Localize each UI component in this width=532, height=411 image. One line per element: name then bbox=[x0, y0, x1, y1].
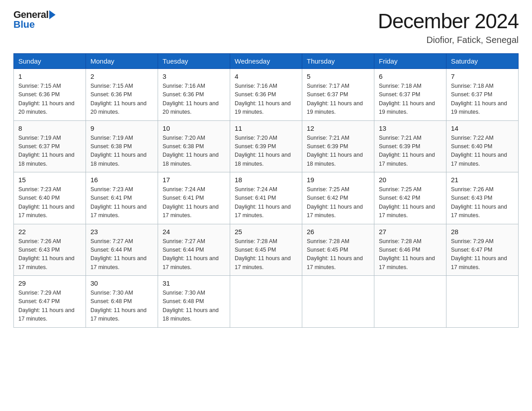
day-info: Sunrise: 7:19 AMSunset: 6:38 PMDaylight:… bbox=[90, 134, 153, 169]
day-info: Sunrise: 7:18 AMSunset: 6:37 PMDaylight:… bbox=[451, 82, 514, 117]
logo: General Blue bbox=[13, 9, 56, 30]
calendar-cell: 12Sunrise: 7:21 AMSunset: 6:39 PMDayligh… bbox=[302, 120, 374, 172]
day-number: 21 bbox=[451, 176, 514, 184]
calendar-cell: 11Sunrise: 7:20 AMSunset: 6:39 PMDayligh… bbox=[230, 120, 302, 172]
day-number: 20 bbox=[379, 176, 442, 184]
day-number: 13 bbox=[379, 124, 442, 132]
calendar-cell: 8Sunrise: 7:19 AMSunset: 6:37 PMDaylight… bbox=[14, 120, 86, 172]
calendar-cell: 3Sunrise: 7:16 AMSunset: 6:36 PMDaylight… bbox=[158, 69, 230, 121]
calendar-cell: 15Sunrise: 7:23 AMSunset: 6:40 PMDayligh… bbox=[14, 172, 86, 224]
day-number: 7 bbox=[451, 73, 514, 80]
day-info: Sunrise: 7:26 AMSunset: 6:43 PMDaylight:… bbox=[451, 185, 514, 220]
col-header-tuesday: Tuesday bbox=[158, 54, 230, 69]
day-number: 15 bbox=[18, 176, 81, 184]
day-info: Sunrise: 7:24 AMSunset: 6:41 PMDaylight:… bbox=[163, 185, 225, 220]
calendar-cell: 18Sunrise: 7:24 AMSunset: 6:41 PMDayligh… bbox=[230, 172, 302, 224]
calendar-cell: 25Sunrise: 7:28 AMSunset: 6:45 PMDayligh… bbox=[230, 224, 302, 276]
calendar-cell: 10Sunrise: 7:20 AMSunset: 6:38 PMDayligh… bbox=[158, 120, 230, 172]
calendar-cell bbox=[230, 276, 302, 328]
day-info: Sunrise: 7:21 AMSunset: 6:39 PMDaylight:… bbox=[379, 134, 442, 169]
day-number: 30 bbox=[90, 279, 153, 287]
calendar-week-row: 22Sunrise: 7:26 AMSunset: 6:43 PMDayligh… bbox=[14, 224, 519, 276]
calendar-cell: 28Sunrise: 7:29 AMSunset: 6:47 PMDayligh… bbox=[446, 224, 519, 276]
day-number: 28 bbox=[451, 228, 514, 235]
day-info: Sunrise: 7:16 AMSunset: 6:36 PMDaylight:… bbox=[163, 82, 225, 117]
day-number: 26 bbox=[307, 228, 369, 235]
day-number: 18 bbox=[235, 176, 297, 184]
day-number: 12 bbox=[307, 124, 369, 132]
calendar-cell: 17Sunrise: 7:24 AMSunset: 6:41 PMDayligh… bbox=[158, 172, 230, 224]
day-number: 17 bbox=[163, 176, 225, 184]
day-info: Sunrise: 7:29 AMSunset: 6:47 PMDaylight:… bbox=[18, 289, 81, 324]
calendar-cell: 29Sunrise: 7:29 AMSunset: 6:47 PMDayligh… bbox=[14, 276, 86, 328]
calendar-cell: 16Sunrise: 7:23 AMSunset: 6:41 PMDayligh… bbox=[86, 172, 158, 224]
calendar-cell: 14Sunrise: 7:22 AMSunset: 6:40 PMDayligh… bbox=[446, 120, 519, 172]
col-header-friday: Friday bbox=[374, 54, 446, 69]
calendar-week-row: 8Sunrise: 7:19 AMSunset: 6:37 PMDaylight… bbox=[14, 120, 519, 172]
day-info: Sunrise: 7:23 AMSunset: 6:41 PMDaylight:… bbox=[90, 185, 153, 220]
day-info: Sunrise: 7:16 AMSunset: 6:36 PMDaylight:… bbox=[235, 82, 297, 117]
day-info: Sunrise: 7:18 AMSunset: 6:37 PMDaylight:… bbox=[379, 82, 442, 117]
calendar-cell: 9Sunrise: 7:19 AMSunset: 6:38 PMDaylight… bbox=[86, 120, 158, 172]
month-title: December 2024 bbox=[378, 9, 519, 33]
day-number: 10 bbox=[163, 124, 225, 132]
calendar-cell: 23Sunrise: 7:27 AMSunset: 6:44 PMDayligh… bbox=[86, 224, 158, 276]
day-number: 23 bbox=[90, 228, 153, 235]
calendar-week-row: 1Sunrise: 7:15 AMSunset: 6:36 PMDaylight… bbox=[14, 69, 519, 121]
day-number: 9 bbox=[90, 124, 153, 132]
day-number: 24 bbox=[163, 228, 225, 235]
day-info: Sunrise: 7:17 AMSunset: 6:37 PMDaylight:… bbox=[307, 82, 369, 117]
day-number: 14 bbox=[451, 124, 514, 132]
day-info: Sunrise: 7:19 AMSunset: 6:37 PMDaylight:… bbox=[18, 134, 81, 169]
calendar-cell: 7Sunrise: 7:18 AMSunset: 6:37 PMDaylight… bbox=[446, 69, 519, 121]
day-info: Sunrise: 7:27 AMSunset: 6:44 PMDaylight:… bbox=[163, 237, 225, 272]
day-number: 25 bbox=[235, 228, 297, 235]
col-header-thursday: Thursday bbox=[302, 54, 374, 69]
day-number: 19 bbox=[307, 176, 369, 184]
calendar-cell: 13Sunrise: 7:21 AMSunset: 6:39 PMDayligh… bbox=[374, 120, 446, 172]
day-info: Sunrise: 7:29 AMSunset: 6:47 PMDaylight:… bbox=[451, 237, 514, 272]
day-info: Sunrise: 7:26 AMSunset: 6:43 PMDaylight:… bbox=[18, 237, 81, 272]
calendar-cell bbox=[446, 276, 519, 328]
calendar-cell: 19Sunrise: 7:25 AMSunset: 6:42 PMDayligh… bbox=[302, 172, 374, 224]
calendar-cell: 27Sunrise: 7:28 AMSunset: 6:46 PMDayligh… bbox=[374, 224, 446, 276]
calendar-cell: 21Sunrise: 7:26 AMSunset: 6:43 PMDayligh… bbox=[446, 172, 519, 224]
day-info: Sunrise: 7:28 AMSunset: 6:45 PMDaylight:… bbox=[307, 237, 369, 272]
day-number: 4 bbox=[235, 73, 297, 80]
calendar-cell: 5Sunrise: 7:17 AMSunset: 6:37 PMDaylight… bbox=[302, 69, 374, 121]
day-info: Sunrise: 7:30 AMSunset: 6:48 PMDaylight:… bbox=[163, 289, 225, 324]
title-block: December 2024 Diofior, Fatick, Senegal bbox=[378, 9, 519, 45]
page-header: General Blue December 2024 Diofior, Fati… bbox=[13, 9, 519, 45]
day-info: Sunrise: 7:27 AMSunset: 6:44 PMDaylight:… bbox=[90, 237, 153, 272]
day-number: 1 bbox=[18, 73, 81, 80]
calendar-cell: 2Sunrise: 7:15 AMSunset: 6:36 PMDaylight… bbox=[86, 69, 158, 121]
calendar-cell: 30Sunrise: 7:30 AMSunset: 6:48 PMDayligh… bbox=[86, 276, 158, 328]
calendar-cell: 20Sunrise: 7:25 AMSunset: 6:42 PMDayligh… bbox=[374, 172, 446, 224]
day-info: Sunrise: 7:30 AMSunset: 6:48 PMDaylight:… bbox=[90, 289, 153, 324]
day-number: 31 bbox=[163, 279, 225, 287]
day-info: Sunrise: 7:15 AMSunset: 6:36 PMDaylight:… bbox=[18, 82, 81, 117]
calendar-cell: 1Sunrise: 7:15 AMSunset: 6:36 PMDaylight… bbox=[14, 69, 86, 121]
logo-arrow-icon bbox=[49, 10, 56, 19]
calendar-header-row: SundayMondayTuesdayWednesdayThursdayFrid… bbox=[14, 54, 519, 69]
calendar-cell bbox=[374, 276, 446, 328]
day-info: Sunrise: 7:23 AMSunset: 6:40 PMDaylight:… bbox=[18, 185, 81, 220]
logo-blue-text: Blue bbox=[13, 19, 35, 30]
calendar-cell: 24Sunrise: 7:27 AMSunset: 6:44 PMDayligh… bbox=[158, 224, 230, 276]
calendar-week-row: 29Sunrise: 7:29 AMSunset: 6:47 PMDayligh… bbox=[14, 276, 519, 328]
day-info: Sunrise: 7:20 AMSunset: 6:38 PMDaylight:… bbox=[163, 134, 225, 169]
day-info: Sunrise: 7:25 AMSunset: 6:42 PMDaylight:… bbox=[307, 185, 369, 220]
calendar-cell: 26Sunrise: 7:28 AMSunset: 6:45 PMDayligh… bbox=[302, 224, 374, 276]
day-number: 29 bbox=[18, 279, 81, 287]
day-info: Sunrise: 7:24 AMSunset: 6:41 PMDaylight:… bbox=[235, 185, 297, 220]
day-info: Sunrise: 7:28 AMSunset: 6:46 PMDaylight:… bbox=[379, 237, 442, 272]
calendar-cell bbox=[302, 276, 374, 328]
day-info: Sunrise: 7:20 AMSunset: 6:39 PMDaylight:… bbox=[235, 134, 297, 169]
calendar-cell: 6Sunrise: 7:18 AMSunset: 6:37 PMDaylight… bbox=[374, 69, 446, 121]
calendar-table: SundayMondayTuesdayWednesdayThursdayFrid… bbox=[13, 53, 519, 328]
day-number: 11 bbox=[235, 124, 297, 132]
day-number: 27 bbox=[379, 228, 442, 235]
location: Diofior, Fatick, Senegal bbox=[378, 35, 519, 45]
col-header-monday: Monday bbox=[86, 54, 158, 69]
day-number: 16 bbox=[90, 176, 153, 184]
